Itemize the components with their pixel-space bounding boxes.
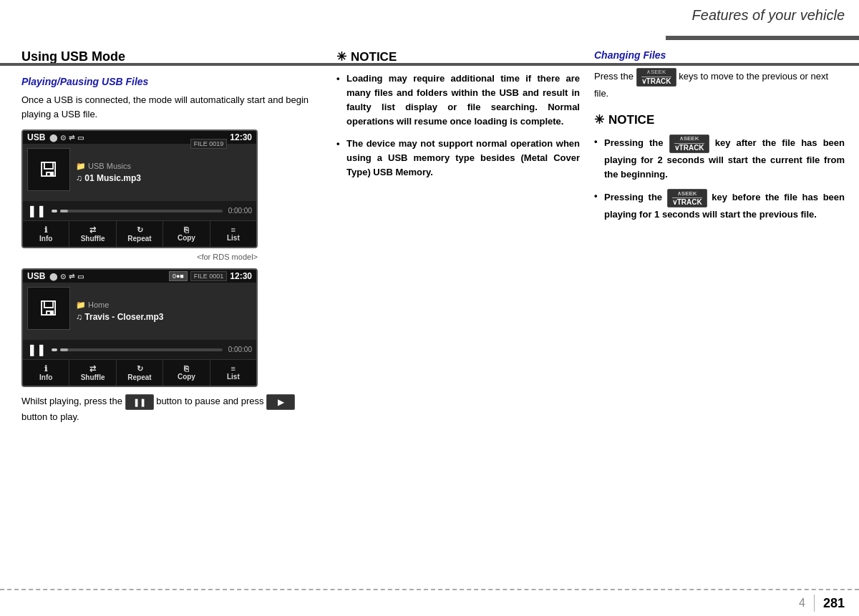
folder-icon-2: 📁	[76, 300, 86, 309]
progress-dot-1	[52, 210, 57, 212]
header-title: Features of your vehicle	[692, 7, 859, 28]
info-button-1[interactable]: ℹ Info	[23, 221, 69, 247]
changing-text-before: Press the	[594, 71, 634, 82]
usb-label-1: USB ⬤ ⊙ ⇌ ▭	[27, 132, 84, 142]
battery-icon-2: ▭	[77, 273, 84, 280]
repeat-icon-2: ↻	[137, 364, 143, 373]
circle-icon: ⊙	[60, 134, 66, 142]
shuffle-button-1[interactable]: ⇄ Shuffle	[69, 221, 116, 247]
bluetooth-icon: ⬤	[49, 134, 57, 142]
copy-icon-1: ⎘	[184, 225, 189, 234]
usb-info-1: 📁 USB Musics ♫ 01 Music.mp3	[76, 148, 252, 197]
shuffle-icon-1: ⇄	[89, 225, 96, 234]
bluetooth-icon-2: ⬤	[49, 273, 57, 280]
notice-title-2: ✳ NOTICE	[594, 112, 845, 127]
usb-info-2: 📁 Home ♫ Travis - Closer.mp3	[76, 287, 252, 336]
notice-bullets-1: Loading may require additional time if t…	[336, 72, 580, 180]
shuffle-icon-2: ⇄	[89, 364, 96, 373]
music-icon: ♫	[76, 173, 82, 183]
usb-label-2: USB ⬤ ⊙ ⇌ ▭	[27, 271, 84, 281]
usb-timer-2: 0:00:00	[228, 346, 252, 353]
usb-screen-1-header: USB ⬤ ⊙ ⇌ ▭ FILE 0019 12:30	[23, 131, 256, 144]
list-button-1[interactable]: ≡ List	[210, 221, 256, 247]
page-footer: 4 281	[0, 589, 859, 616]
seek-track-btn-2-1: ∧SEEK ∨TRACK	[669, 135, 709, 153]
repeat-button-1[interactable]: ↻ Repeat	[117, 221, 163, 247]
progress-bar-2	[60, 348, 223, 351]
progress-fill-1	[60, 210, 68, 212]
notice-bullet-1-1: Loading may require additional time if t…	[336, 72, 580, 129]
list-button-2[interactable]: ≡ List	[210, 360, 256, 386]
file-badge-1: FILE 0019	[190, 139, 228, 149]
num1-badge: 0●■	[169, 271, 188, 281]
usb-thumb-1: 🖫	[27, 148, 70, 191]
usb-timer-1: 0:00:00	[228, 207, 252, 215]
copy-button-2[interactable]: ⎘ Copy	[163, 360, 210, 386]
middle-column: ✳ NOTICE Loading may require additional …	[336, 42, 580, 433]
play-button-inline: ▶	[266, 394, 295, 410]
usb-screen-2-header: USB ⬤ ⊙ ⇌ ▭ 0●■ FILE 0001 12:30	[23, 270, 256, 283]
info-button-2[interactable]: ℹ Info	[23, 360, 69, 386]
info-icon-1: ℹ	[44, 225, 47, 234]
info-icon-2: ℹ	[44, 364, 47, 373]
shuffle-button-2[interactable]: ⇄ Shuffle	[69, 360, 116, 386]
usb-icons-1: ⬤ ⊙ ⇌ ▭	[49, 134, 84, 142]
footer-section: 4	[799, 597, 805, 610]
music-icon-2: ♫	[76, 312, 82, 322]
notice-label-2: NOTICE	[608, 113, 654, 127]
usb-thumb-2: 🖫	[27, 287, 70, 330]
changing-files-title: Changing Files	[594, 49, 845, 61]
usb-drive-icon: 🖫	[39, 158, 59, 182]
usb-buttons-1: ℹ Info ⇄ Shuffle ↻ Repeat ⎘ Copy ≡ Lis	[23, 220, 256, 247]
play-text-after: button to play.	[21, 411, 79, 422]
notice-label-1: NOTICE	[351, 50, 397, 64]
pause-indicator-1: ❚❚	[27, 204, 46, 217]
header-bar-right	[666, 36, 859, 40]
header-bar	[0, 63, 859, 66]
repeat-button-2[interactable]: ↻ Repeat	[117, 360, 163, 386]
pause-button-inline: ❚❚	[125, 394, 154, 410]
usb-time-2: 12:30	[230, 271, 252, 281]
seek-track-btn-2-2: ∧SEEK ∨TRACK	[667, 189, 707, 207]
usb-icon: ⇌	[69, 134, 74, 142]
notice-box-1: ✳ NOTICE Loading may require additional …	[336, 49, 580, 180]
progress-dot-2	[52, 348, 57, 351]
repeat-icon-1: ↻	[137, 225, 143, 234]
section-title: Using USB Mode	[21, 49, 322, 64]
usb-icons-2: ⬤ ⊙ ⇌ ▭	[49, 273, 84, 280]
play-pause-instruction: Whilst playing, press the ❚❚ button to p…	[21, 394, 322, 424]
notice-box-2: ✳ NOTICE Pressing the ∧SEEK ∨TRACK key a…	[594, 112, 845, 222]
notice-star-2: ✳	[594, 112, 604, 127]
list-icon-1: ≡	[231, 225, 236, 234]
footer-page-number: 281	[823, 596, 845, 611]
usb-drive-icon-2: 🖫	[39, 297, 59, 321]
usb-icon-2: ⇌	[69, 273, 74, 280]
copy-icon-2: ⎘	[184, 364, 189, 373]
rds-note: <for RDS model>	[21, 253, 258, 261]
copy-button-1[interactable]: ⎘ Copy	[163, 221, 210, 247]
notice-bullets-2: Pressing the ∧SEEK ∨TRACK key after the …	[594, 135, 845, 222]
usb-screen-1-body: 🖫 📁 USB Musics ♫ 01 Music.mp3	[23, 144, 256, 201]
circle-icon-2: ⊙	[60, 273, 66, 280]
seek-track-btn-main: ∧SEEK ∨TRACK	[636, 68, 676, 87]
file-badge-2: FILE 0001	[190, 271, 228, 281]
progress-bar-1	[60, 210, 223, 212]
notice-star-1: ✳	[336, 49, 346, 64]
usb-screen-2: USB ⬤ ⊙ ⇌ ▭ 0●■ FILE 0001 12:30 🖫	[21, 268, 258, 387]
footer-divider	[814, 595, 815, 612]
pause-indicator-2: ❚❚	[27, 343, 46, 356]
folder-icon: 📁	[76, 162, 86, 170]
usb-folder-2: 📁 Home	[76, 300, 252, 310]
usb-filename-1: ♫ 01 Music.mp3	[76, 173, 252, 183]
page-header: Features of your vehicle	[0, 0, 859, 28]
usb-folder-1: 📁 USB Musics	[76, 162, 252, 171]
usb-screen-2-body: 🖫 📁 Home ♫ Travis - Closer.mp3	[23, 283, 256, 340]
main-content: Using USB Mode Playing/Pausing USB Files…	[0, 28, 859, 433]
usb-time-1: 12:30	[230, 132, 252, 142]
progress-fill-2	[60, 348, 68, 351]
list-icon-2: ≡	[231, 364, 236, 373]
left-column: Using USB Mode Playing/Pausing USB Files…	[21, 42, 322, 433]
changing-files-text: Press the ∧SEEK ∨TRACK keys to move to t…	[594, 68, 845, 101]
footer-page: 4 281	[799, 595, 845, 612]
battery-icon: ▭	[77, 134, 84, 142]
